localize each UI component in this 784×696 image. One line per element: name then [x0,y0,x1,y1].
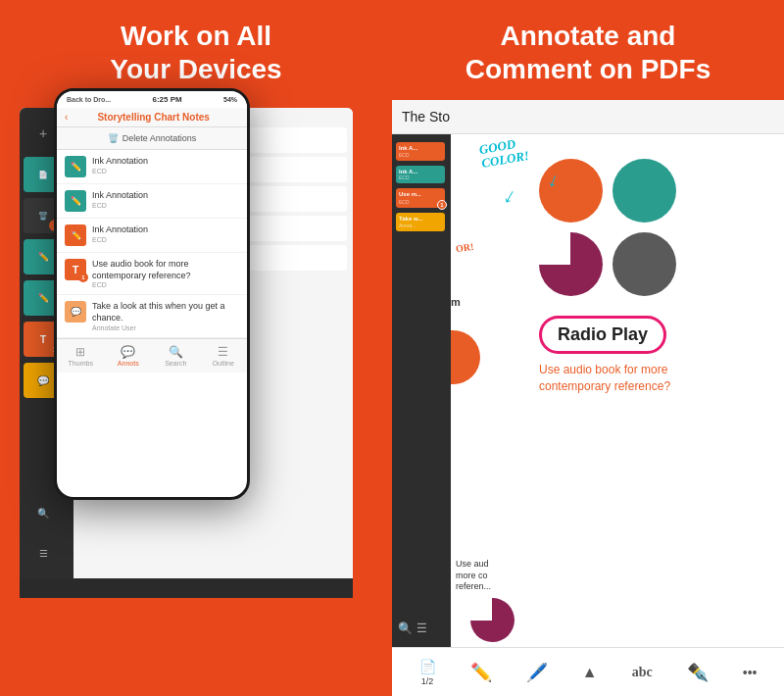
tab-search[interactable]: 🔍 Search [152,343,200,369]
right-panel: Annotate and Comment on PDFs The Sto Ink… [392,0,784,696]
phone-tab-bar: ⊞ Thumbs 💬 Annots 🔍 Search ☰ Outline [57,338,247,373]
text-icon: abc [632,665,653,680]
circles-grid [539,159,774,296]
list-item[interactable]: ✏️ Ink Annotation ECD [57,150,247,184]
shape-icon: ▲ [582,664,598,681]
page-icon: 📄 [419,659,436,674]
toolbar-pen-btn[interactable]: ✏️ [463,658,500,687]
item-sub: ECD [92,281,239,288]
phone-mockup: Back to Dro... 6:25 PM 54% ‹ Storytellin… [54,88,250,500]
highlight-icon: 🖊️ [526,662,548,683]
annotation-text: Use audio book for more contemporary ref… [539,362,696,395]
trash-icon: 🗑️ [108,133,119,143]
tab-outline-label: Outline [213,360,234,367]
circle-gray [612,232,676,296]
annots-icon: 💬 [121,345,135,359]
phone-screen-title: Storytelling Chart Notes [68,112,239,123]
delete-label: Delete Annotations [122,133,197,143]
item-badge: 1 [78,273,88,282]
radio-play-text: Radio Play [558,324,648,344]
pdf-sidebar-bottom-icon1: 🔍 [398,621,413,635]
phone-status-bar: Back to Dro... 6:25 PM 54% [57,91,247,108]
toolbar-shape-btn[interactable]: ▲ [574,660,606,685]
circle-purple-half [539,232,603,296]
partial-label-m: m [451,296,461,308]
pdf-sidebar: Ink A... ECD Ink A... ECD Use m... ECD 1… [392,134,451,647]
arrow-annotation: ↓ [499,182,521,210]
pdf-sidebar-item-take: Take w... Annot... [396,213,445,231]
annotation-icon-teal: ✏️ [65,190,86,212]
toolbar-page-btn[interactable]: 📄 1/2 [412,655,444,690]
right-heading: Annotate and Comment on PDFs [392,0,784,100]
pie-chart-small [470,598,514,642]
radio-play-section: Radio Play Use audio book for more conte… [539,316,774,395]
annotation-item-text: Take a look at this when you get a chanc… [92,301,239,330]
left-panel: Work on All Your Devices + 📄 🗑️ 1 ✏️ ✏️ … [0,0,392,696]
item-sub: ECD [92,236,239,243]
tab-annots-label: Annots [118,360,139,367]
list-item[interactable]: T 1 Use audio book for more contemporary… [57,253,247,295]
list-item[interactable]: 💬 Take a look at this when you get a cha… [57,295,247,337]
list-item[interactable]: ✏️ Ink Annotation ECD [57,219,247,253]
color-label-annotation: OR! [455,241,474,254]
handwriting-annotation: GOODCOLOR! [478,135,530,172]
pen-icon: ✏️ [470,662,492,683]
sidebar-icon-bottom1: 🔍 [24,495,63,530]
tab-search-label: Search [165,360,186,367]
item-sub: ECD [92,202,239,209]
list-item[interactable]: ✏️ Ink Annotation ECD [57,184,247,219]
heading-annotate-line1: Annotate and [501,21,676,51]
annotation-item-text: Use audio book for more contemporary ref… [92,259,239,288]
toolbar-more-btn[interactable]: ••• [735,661,765,684]
tab-thumbs[interactable]: ⊞ Thumbs [57,343,105,369]
partial-text-bottom: Use audmore coreferen... [456,559,491,593]
tab-outline[interactable]: ☰ Outline [200,343,248,369]
signature-icon: ✒️ [687,662,709,683]
radio-play-box: Radio Play [539,316,666,354]
pdf-area: The Sto Ink A... ECD Ink A... ECD Use m.… [392,100,784,696]
item-sub: ECD [92,168,239,174]
pdf-doc-title: The Sto [402,109,450,124]
phone-back-text: Back to Dro... [67,96,111,103]
phone-annotations-list: ✏️ Ink Annotation ECD ✏️ Ink Annotation … [57,150,247,338]
pdf-main-content: GOODCOLOR! ↓ OR! [451,134,784,647]
search-icon: 🔍 [169,345,183,359]
phone-battery: 54% [223,96,237,103]
pdf-sidebar-item-teal: Ink A... ECD [396,166,445,183]
phone-nav-bar: ‹ Storytelling Chart Notes [57,108,247,127]
toolbar-signature-btn[interactable]: ✒️ [679,658,716,687]
pdf-sidebar-bottom-icon2: ☰ [416,621,427,635]
pdf-header-bar: The Sto [392,100,784,134]
annotation-item-text: Ink Annotation ECD [92,156,239,174]
tab-annots[interactable]: 💬 Annots [105,343,153,369]
toolbar-highlight-btn[interactable]: 🖊️ [518,658,556,687]
sidebar-icon-bottom2: ☰ [24,535,63,571]
annotation-icon-teal: ✏️ [65,156,86,177]
circle-teal [612,159,676,223]
item-title: Ink Annotation [92,190,239,202]
page-label: 1/2 [421,676,434,686]
heading-line2: Your Devices [110,54,281,84]
phone-delete-bar[interactable]: 🗑️ Delete Annotations [57,127,247,150]
thumbs-icon: ⊞ [75,345,85,359]
annotation-item-text: Ink Annotation ECD [92,190,239,209]
circle-orange [539,159,603,223]
item-sub: Annotate User [92,324,239,331]
pdf-body: Ink A... ECD Ink A... ECD Use m... ECD 1… [392,134,784,647]
outline-icon: ☰ [218,345,228,359]
item-title: Ink Annotation [92,156,239,168]
annotation-item-text: Ink Annotation ECD [92,224,239,243]
toolbar-text-btn[interactable]: abc [624,661,661,684]
annotation-icon-red: ✏️ [65,224,86,246]
phone-time: 6:25 PM [152,95,181,104]
item-title: Use audio book for more contemporary ref… [92,259,239,281]
item-title: Ink Annotation [92,224,239,236]
item-title: Take a look at this when you get a chanc… [92,301,239,323]
heading-line1: Work on All [121,21,271,51]
pdf-toolbar: 📄 1/2 ✏️ 🖊️ ▲ abc ✒️ ••• [392,647,784,696]
annotation-icon-comment: 💬 [65,301,86,323]
pdf-sidebar-item-use: Use m... ECD 1 [396,188,445,207]
partial-circle-orange [451,330,480,384]
heading-annotate-line2: Comment on PDFs [466,54,710,84]
pdf-sidebar-item: Ink A... ECD [396,142,445,161]
